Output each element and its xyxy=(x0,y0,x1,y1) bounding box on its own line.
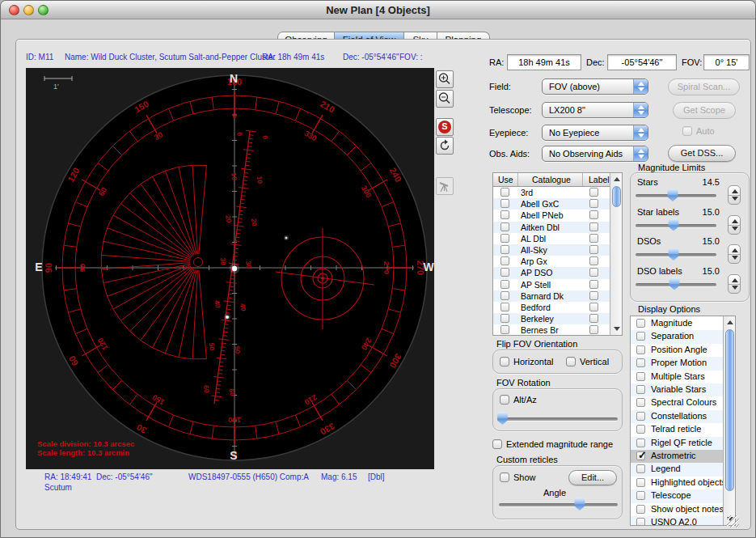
display-options-scrollbar[interactable] xyxy=(723,316,735,525)
rigel-qf-reticle-checkbox[interactable] xyxy=(636,438,645,447)
table-row[interactable]: Barnard Dk xyxy=(493,290,610,302)
eyepiece-dropdown[interactable]: No Eyepiece xyxy=(542,125,648,141)
label-checkbox[interactable] xyxy=(589,268,598,277)
scroll-up-icon[interactable] xyxy=(727,320,733,324)
table-row[interactable]: 3rd xyxy=(493,187,610,198)
stepper-down-icon[interactable] xyxy=(732,286,738,290)
table-row[interactable]: Abell GxC xyxy=(493,198,610,210)
vertical-checkbox[interactable] xyxy=(566,357,576,366)
display-option-spectral-colours[interactable]: Spectral Colours xyxy=(631,396,724,409)
label-checkbox[interactable] xyxy=(589,314,598,323)
highlighted-objects-checkbox[interactable] xyxy=(636,478,645,487)
scroll-down-icon[interactable] xyxy=(614,327,620,331)
catalogue-scrollbar[interactable] xyxy=(610,173,622,335)
mag-stepper-star-labels[interactable] xyxy=(728,215,741,235)
stepper-up-icon[interactable] xyxy=(732,248,738,252)
display-option-rigel-qf-reticle[interactable]: Rigel QF reticle xyxy=(631,437,724,450)
display-option-show-object-notes[interactable]: Show object notes xyxy=(631,503,724,516)
label-checkbox[interactable] xyxy=(589,222,598,231)
magnitude-checkbox[interactable] xyxy=(636,319,645,328)
extended-magnitude-checkbox[interactable] xyxy=(492,439,502,449)
display-option-separation[interactable]: Separation xyxy=(631,330,724,343)
variable-stars-checkbox[interactable] xyxy=(636,385,645,394)
table-row[interactable]: All-Sky xyxy=(493,244,610,256)
mag-slider-star-labels[interactable] xyxy=(636,224,716,227)
use-checkbox[interactable] xyxy=(500,188,509,197)
display-option-usno-a2-0[interactable]: USNO A2.0 xyxy=(631,516,724,526)
horizontal-checkbox[interactable] xyxy=(500,357,509,366)
angle-slider-thumb[interactable] xyxy=(574,498,585,510)
table-row[interactable]: AP DSO xyxy=(493,267,610,278)
astrometric-checkbox[interactable]: ✓ xyxy=(636,451,645,460)
label-checkbox[interactable] xyxy=(589,325,598,334)
label-checkbox[interactable] xyxy=(589,188,598,197)
display-option-proper-motion[interactable]: Proper Motion xyxy=(631,357,724,370)
edit-reticle-button[interactable]: Edit... xyxy=(568,470,617,485)
stepper-up-icon[interactable] xyxy=(732,278,738,282)
zoom-out-button[interactable] xyxy=(436,90,454,108)
stepper-down-icon[interactable] xyxy=(732,197,738,201)
mag-slider-stars[interactable] xyxy=(636,194,716,197)
stepper-down-icon[interactable] xyxy=(732,256,738,260)
table-row[interactable]: Arp Gx xyxy=(493,256,610,267)
constellations-checkbox[interactable] xyxy=(636,412,645,421)
label-checkbox[interactable] xyxy=(589,280,598,289)
label-checkbox[interactable] xyxy=(589,210,598,219)
telrad-reticle-checkbox[interactable] xyxy=(636,425,645,434)
telescope-dropdown[interactable]: LX200 8" xyxy=(542,102,648,118)
display-option-position-angle[interactable]: Position Angle xyxy=(631,344,724,357)
slew-button[interactable]: S xyxy=(436,118,454,136)
mag-stepper-dso-labels[interactable] xyxy=(728,274,741,294)
usno-a2-0-checkbox[interactable] xyxy=(636,518,645,526)
display-options-list[interactable]: MagnitudeSeparationPosition AngleProper … xyxy=(630,316,736,526)
fov-rotation-slider-thumb[interactable] xyxy=(496,412,508,425)
use-checkbox[interactable] xyxy=(500,303,509,311)
position-angle-checkbox[interactable] xyxy=(636,345,645,354)
display-option-variable-stars[interactable]: Variable Stars xyxy=(631,383,724,396)
angle-slider[interactable] xyxy=(499,503,618,506)
mag-slider-dsos[interactable] xyxy=(636,253,716,256)
scrollbar-thumb[interactable] xyxy=(612,186,621,207)
zoom-in-button[interactable] xyxy=(436,70,454,88)
mag-stepper-stars[interactable] xyxy=(728,185,741,205)
dec-input[interactable]: -05°54'46" xyxy=(607,54,677,70)
field-dropdown[interactable]: FOV (above) xyxy=(542,78,648,95)
label-checkbox[interactable] xyxy=(589,256,598,265)
ra-input[interactable]: 18h 49m 41s xyxy=(507,54,581,70)
use-checkbox[interactable] xyxy=(500,245,509,254)
use-checkbox[interactable] xyxy=(500,268,509,277)
use-checkbox[interactable] xyxy=(500,314,509,323)
show-object-notes-checkbox[interactable] xyxy=(636,505,645,514)
fov-input[interactable]: 0° 15' xyxy=(703,54,750,70)
label-checkbox[interactable] xyxy=(589,291,598,300)
table-row[interactable]: Aitken Dbl xyxy=(493,222,610,233)
spectral-colours-checkbox[interactable] xyxy=(636,398,645,407)
field-of-view-chart[interactable]: 1802102402703003300306090120150033030027… xyxy=(26,68,434,469)
label-checkbox[interactable] xyxy=(589,303,598,311)
use-checkbox[interactable] xyxy=(500,325,509,334)
display-option-legend[interactable]: Legend xyxy=(631,463,724,476)
table-row[interactable]: Abell PNeb xyxy=(493,210,610,221)
table-row[interactable]: Bedford xyxy=(493,302,610,313)
rotate-button[interactable] xyxy=(436,137,454,155)
catalogue-table[interactable]: Use Catalogue Label 3rdAbell GxCAbell PN… xyxy=(492,172,623,336)
mag-slider-dso-labels[interactable] xyxy=(636,283,716,286)
display-option-constellations[interactable]: Constellations xyxy=(631,410,724,423)
scroll-up-icon[interactable] xyxy=(614,177,620,181)
fov-rotation-slider[interactable] xyxy=(499,417,618,421)
altaz-checkbox[interactable] xyxy=(500,395,509,405)
use-checkbox[interactable] xyxy=(500,280,509,289)
proper-motion-checkbox[interactable] xyxy=(636,358,645,367)
display-option-magnitude[interactable]: Magnitude xyxy=(631,317,724,330)
table-row[interactable]: AL Dbl xyxy=(493,233,610,244)
use-checkbox[interactable] xyxy=(500,291,509,300)
use-checkbox[interactable] xyxy=(500,234,509,243)
use-checkbox[interactable] xyxy=(500,199,509,208)
stepper-up-icon[interactable] xyxy=(732,189,738,193)
titlebar[interactable]: New Plan [4 Objects] xyxy=(1,1,755,19)
use-checkbox[interactable] xyxy=(500,256,509,265)
mag-stepper-dsos[interactable] xyxy=(728,244,741,264)
resize-grip[interactable] xyxy=(727,515,739,527)
legend-checkbox[interactable] xyxy=(636,464,645,473)
display-option-telescope[interactable]: Telescope xyxy=(631,489,724,502)
